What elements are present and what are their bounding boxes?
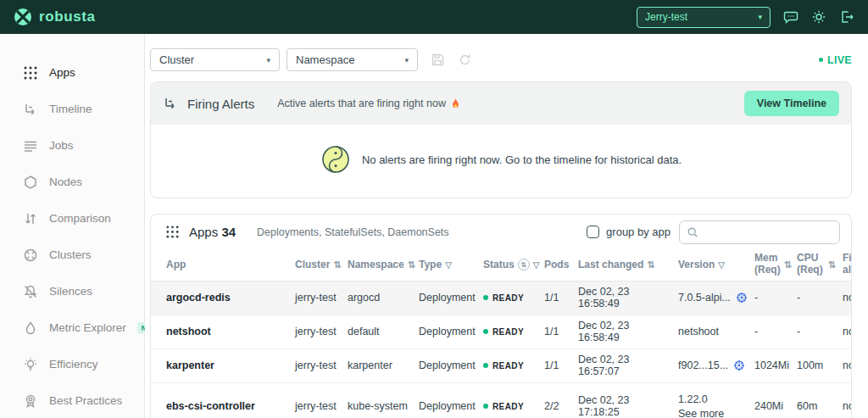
sort-icon[interactable]: ⇅: [333, 259, 341, 270]
table-row[interactable]: ebs-csi-controller jerry-test kube-syste…: [151, 382, 851, 418]
sidebar-item-best-practices[interactable]: Best Practices: [0, 382, 144, 418]
sidebar-item-silences[interactable]: Silences: [0, 273, 144, 309]
firing-alerts-subtitle: Active alerts that are firing right now: [277, 98, 461, 110]
lightbulb-icon: [23, 357, 38, 372]
apps-search-box: [679, 220, 840, 244]
timeline-icon: [23, 102, 38, 117]
cluster-wheel-icon: [23, 248, 38, 263]
sidebar-item-label: Efficiency: [49, 358, 98, 371]
sidebar-item-label: Clusters: [49, 248, 92, 261]
table-header-row: App Cluster⇅ Namespace⇅ Type▽ Status⇅▽ P…: [151, 249, 851, 281]
firing-alerts-title: Firing Alerts: [187, 97, 254, 111]
firing-alerts-card: Firing Alerts Active alerts that are fir…: [150, 81, 852, 198]
sidebar-item-label: Silences: [49, 285, 92, 298]
helm-icon: [733, 359, 745, 371]
compare-arrows-icon: [23, 211, 38, 226]
filter-icon[interactable]: ▽: [533, 260, 540, 270]
cluster-select-label: Cluster: [159, 53, 194, 66]
firing-alerts-header: Firing Alerts Active alerts that are fir…: [151, 82, 851, 125]
medal-icon: [23, 393, 38, 409]
apps-grid-icon: [165, 225, 180, 239]
col-firing-alerts[interactable]: Firing alerts: [839, 249, 851, 281]
col-status[interactable]: Status⇅▽: [480, 249, 541, 281]
sidebar-item-label: Comparison: [49, 212, 111, 225]
app-name-cell: netshoot: [151, 315, 292, 348]
sidebar-item-nodes[interactable]: Nodes: [0, 164, 144, 200]
col-app[interactable]: App: [151, 249, 292, 281]
droplet-icon: [23, 320, 38, 336]
empty-alerts-message: No alerts are firing right now. Go to th…: [362, 153, 682, 166]
sidebar-item-metric-explorer[interactable]: Metric Explorer NEW: [0, 309, 144, 346]
sidebar-item-label: Metric Explorer: [49, 321, 126, 334]
sidebar-item-label: Apps: [49, 66, 75, 79]
sort-icon[interactable]: ⇅: [647, 259, 654, 270]
filter-icon[interactable]: ▽: [445, 260, 452, 270]
filter-icon[interactable]: ▽: [718, 260, 725, 270]
list-lines-icon: [23, 138, 38, 153]
status-badge: READY: [483, 327, 537, 337]
see-more-link[interactable]: See more: [678, 408, 724, 418]
namespace-select[interactable]: Namespace ▾: [287, 48, 418, 71]
col-pods[interactable]: Pods: [541, 249, 575, 281]
table-row[interactable]: netshoot jerry-test default Deployment R…: [151, 315, 851, 348]
sidebar-item-jobs[interactable]: Jobs: [0, 127, 144, 164]
sidebar-item-label: Nodes: [49, 176, 82, 188]
top-bar: robusta Jerry-test ▾: [0, 0, 868, 34]
status-badge: READY: [483, 293, 537, 303]
sidebar-item-clusters[interactable]: Clusters: [0, 237, 144, 273]
ready-dot-icon: [483, 295, 488, 300]
sidebar-item-timeline[interactable]: Timeline: [0, 91, 144, 127]
sidebar-item-apps[interactable]: Apps: [0, 54, 144, 91]
brand-name: robusta: [39, 8, 96, 25]
sort-icon[interactable]: ⇅: [408, 259, 415, 270]
apps-title: Apps 34: [189, 225, 236, 239]
table-row[interactable]: argocd-redis jerry-test argocd Deploymen…: [151, 281, 851, 315]
status-badge: READY: [483, 402, 537, 411]
chevron-down-icon: ▾: [266, 56, 270, 64]
main-content: Cluster ▾ Namespace ▾ LIVE: [145, 34, 868, 418]
apps-table-wrap: App Cluster⇅ Namespace⇅ Type▽ Status⇅▽ P…: [151, 249, 851, 418]
namespace-select-label: Namespace: [296, 53, 354, 66]
col-last-changed[interactable]: Last changed⇅: [575, 249, 675, 281]
col-cluster[interactable]: Cluster⇅: [292, 249, 344, 281]
sidebar: Apps Timeline Jobs Nodes Comparison: [0, 34, 145, 418]
group-by-app-label: group by app: [606, 226, 670, 238]
refresh-icon[interactable]: [458, 53, 472, 67]
col-namespace[interactable]: Namespace⇅: [344, 249, 415, 281]
col-mem-req[interactable]: Mem (Req)⇅: [751, 249, 793, 281]
sort-icon[interactable]: ⇅: [828, 259, 836, 270]
account-select[interactable]: Jerry-test ▾: [637, 7, 771, 28]
ready-dot-icon: [483, 363, 488, 368]
view-timeline-button[interactable]: View Timeline: [744, 91, 839, 116]
apps-search-input[interactable]: [704, 226, 831, 238]
status-badge: READY: [483, 361, 537, 371]
gear-icon[interactable]: [811, 9, 826, 25]
logout-icon[interactable]: [839, 9, 854, 25]
group-by-app-checkbox[interactable]: [587, 226, 599, 238]
yin-yang-icon: [320, 144, 351, 175]
search-icon: [687, 226, 698, 238]
col-type[interactable]: Type▽: [415, 249, 480, 281]
ready-dot-icon: [483, 329, 488, 334]
col-cpu-req[interactable]: CPU (Req)⇅: [793, 249, 839, 281]
cluster-select[interactable]: Cluster ▾: [150, 48, 280, 71]
chevron-down-icon: ▾: [404, 56, 409, 64]
sort-icon[interactable]: ⇅: [518, 259, 530, 270]
fire-icon: [450, 98, 461, 110]
sidebar-item-comparison[interactable]: Comparison: [0, 200, 144, 237]
apps-grid-icon: [23, 65, 38, 81]
sidebar-item-efficiency[interactable]: Efficiency: [0, 346, 144, 382]
chat-icon[interactable]: [783, 9, 798, 25]
sidebar-item-label: Jobs: [49, 139, 74, 152]
table-row[interactable]: karpenter jerry-test karpenter Deploymen…: [151, 348, 851, 382]
filters-row: Cluster ▾ Namespace ▾ LIVE: [150, 48, 852, 71]
helm-icon: [736, 292, 748, 304]
apps-count: 34: [221, 225, 236, 239]
save-icon[interactable]: [431, 53, 445, 67]
live-indicator: LIVE: [819, 54, 852, 66]
col-version[interactable]: Version▽: [675, 249, 751, 281]
group-by-app-control: group by app: [587, 226, 670, 238]
robusta-logo-icon: [14, 8, 32, 26]
apps-table: App Cluster⇅ Namespace⇅ Type▽ Status⇅▽ P…: [151, 249, 851, 418]
sort-icon[interactable]: ⇅: [784, 259, 792, 270]
